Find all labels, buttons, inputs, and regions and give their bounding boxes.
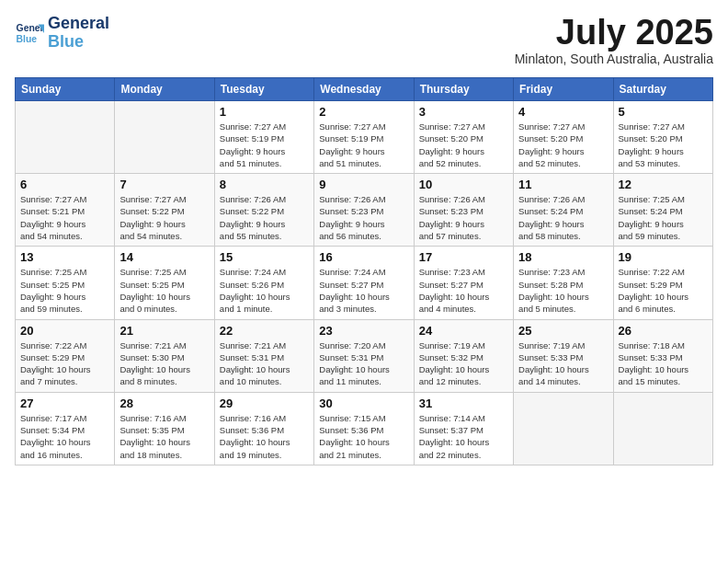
day-info: Sunrise: 7:27 AM Sunset: 5:20 PM Dayligh…	[619, 121, 708, 169]
day-info: Sunrise: 7:21 AM Sunset: 5:30 PM Dayligh…	[119, 339, 209, 388]
day-number: 6	[20, 178, 109, 191]
day-info: Sunrise: 7:20 AM Sunset: 5:31 PM Dayligh…	[319, 339, 408, 388]
calendar-cell: 29Sunrise: 7:16 AM Sunset: 5:36 PM Dayli…	[214, 392, 313, 465]
calendar-cell	[514, 392, 613, 465]
day-info: Sunrise: 7:15 AM Sunset: 5:36 PM Dayligh…	[319, 412, 408, 461]
calendar-cell: 4Sunrise: 7:27 AM Sunset: 5:20 PM Daylig…	[514, 101, 613, 174]
calendar-cell: 7Sunrise: 7:27 AM Sunset: 5:22 PM Daylig…	[115, 174, 214, 247]
day-number: 19	[619, 250, 708, 264]
calendar-cell: 15Sunrise: 7:24 AM Sunset: 5:26 PM Dayli…	[214, 247, 313, 319]
day-info: Sunrise: 7:26 AM Sunset: 5:24 PM Dayligh…	[518, 193, 608, 242]
day-info: Sunrise: 7:24 AM Sunset: 5:26 PM Dayligh…	[220, 266, 309, 315]
calendar-cell: 27Sunrise: 7:17 AM Sunset: 5:34 PM Dayli…	[16, 392, 115, 465]
logo-line2: Blue	[48, 32, 84, 51]
location: Minlaton, South Australia, Australia	[515, 52, 713, 66]
day-info: Sunrise: 7:26 AM Sunset: 5:22 PM Dayligh…	[220, 193, 309, 242]
col-header-friday: Friday	[514, 78, 613, 101]
calendar-cell: 12Sunrise: 7:25 AM Sunset: 5:24 PM Dayli…	[613, 174, 712, 247]
day-info: Sunrise: 7:21 AM Sunset: 5:31 PM Dayligh…	[220, 339, 309, 388]
day-info: Sunrise: 7:25 AM Sunset: 5:24 PM Dayligh…	[619, 193, 708, 242]
day-number: 30	[319, 396, 408, 410]
calendar-week-3: 13Sunrise: 7:25 AM Sunset: 5:25 PM Dayli…	[16, 247, 713, 319]
calendar-cell: 31Sunrise: 7:14 AM Sunset: 5:37 PM Dayli…	[414, 392, 513, 465]
calendar-cell: 23Sunrise: 7:20 AM Sunset: 5:31 PM Dayli…	[314, 319, 414, 392]
day-number: 20	[20, 324, 109, 338]
day-info: Sunrise: 7:16 AM Sunset: 5:35 PM Dayligh…	[119, 412, 209, 461]
calendar-cell: 17Sunrise: 7:23 AM Sunset: 5:27 PM Dayli…	[414, 247, 513, 319]
day-number: 12	[619, 178, 708, 191]
day-info: Sunrise: 7:19 AM Sunset: 5:32 PM Dayligh…	[419, 339, 508, 388]
col-header-sunday: Sunday	[16, 78, 115, 101]
day-number: 4	[518, 105, 608, 119]
day-number: 24	[419, 324, 508, 338]
calendar-cell: 25Sunrise: 7:19 AM Sunset: 5:33 PM Dayli…	[514, 319, 613, 392]
col-header-tuesday: Tuesday	[214, 78, 313, 101]
day-number: 23	[319, 324, 408, 338]
calendar-cell: 5Sunrise: 7:27 AM Sunset: 5:20 PM Daylig…	[613, 101, 712, 174]
day-info: Sunrise: 7:23 AM Sunset: 5:28 PM Dayligh…	[518, 266, 608, 315]
day-number: 9	[319, 178, 408, 191]
day-info: Sunrise: 7:19 AM Sunset: 5:33 PM Dayligh…	[518, 339, 608, 388]
day-info: Sunrise: 7:25 AM Sunset: 5:25 PM Dayligh…	[20, 266, 109, 315]
day-number: 10	[419, 178, 508, 191]
calendar-cell: 30Sunrise: 7:15 AM Sunset: 5:36 PM Dayli…	[314, 392, 414, 465]
day-info: Sunrise: 7:22 AM Sunset: 5:29 PM Dayligh…	[20, 339, 109, 388]
calendar-week-4: 20Sunrise: 7:22 AM Sunset: 5:29 PM Dayli…	[16, 319, 713, 392]
day-number: 1	[220, 105, 309, 119]
calendar-cell	[16, 101, 115, 174]
day-info: Sunrise: 7:26 AM Sunset: 5:23 PM Dayligh…	[319, 193, 408, 242]
calendar-cell: 20Sunrise: 7:22 AM Sunset: 5:29 PM Dayli…	[16, 319, 115, 392]
calendar-cell: 8Sunrise: 7:26 AM Sunset: 5:22 PM Daylig…	[214, 174, 313, 247]
day-info: Sunrise: 7:27 AM Sunset: 5:20 PM Dayligh…	[419, 121, 508, 169]
day-info: Sunrise: 7:23 AM Sunset: 5:27 PM Dayligh…	[419, 266, 508, 315]
day-info: Sunrise: 7:25 AM Sunset: 5:25 PM Dayligh…	[119, 266, 209, 315]
day-number: 11	[518, 178, 608, 191]
day-number: 5	[619, 105, 708, 119]
day-info: Sunrise: 7:18 AM Sunset: 5:33 PM Dayligh…	[619, 339, 708, 388]
day-info: Sunrise: 7:27 AM Sunset: 5:20 PM Dayligh…	[518, 121, 608, 169]
calendar-cell	[613, 392, 712, 465]
day-number: 29	[220, 396, 309, 410]
calendar-cell: 2Sunrise: 7:27 AM Sunset: 5:19 PM Daylig…	[314, 101, 414, 174]
day-number: 26	[619, 324, 708, 338]
day-info: Sunrise: 7:27 AM Sunset: 5:21 PM Dayligh…	[20, 193, 109, 242]
calendar-cell: 26Sunrise: 7:18 AM Sunset: 5:33 PM Dayli…	[613, 319, 712, 392]
day-number: 21	[119, 324, 209, 338]
day-info: Sunrise: 7:27 AM Sunset: 5:19 PM Dayligh…	[220, 121, 309, 169]
calendar-cell: 11Sunrise: 7:26 AM Sunset: 5:24 PM Dayli…	[514, 174, 613, 247]
calendar-cell: 24Sunrise: 7:19 AM Sunset: 5:32 PM Dayli…	[414, 319, 513, 392]
calendar-week-2: 6Sunrise: 7:27 AM Sunset: 5:21 PM Daylig…	[16, 174, 713, 247]
col-header-thursday: Thursday	[414, 78, 513, 101]
logo: General Blue General Blue	[15, 15, 109, 52]
month-title: July 2025	[515, 15, 713, 50]
calendar-week-1: 1Sunrise: 7:27 AM Sunset: 5:19 PM Daylig…	[16, 101, 713, 174]
day-info: Sunrise: 7:27 AM Sunset: 5:22 PM Dayligh…	[119, 193, 209, 242]
day-info: Sunrise: 7:22 AM Sunset: 5:29 PM Dayligh…	[619, 266, 708, 315]
day-number: 3	[419, 105, 508, 119]
calendar-cell: 14Sunrise: 7:25 AM Sunset: 5:25 PM Dayli…	[115, 247, 214, 319]
calendar-cell	[115, 101, 214, 174]
calendar-cell: 3Sunrise: 7:27 AM Sunset: 5:20 PM Daylig…	[414, 101, 513, 174]
page-header: General Blue General Blue July 2025 Minl…	[15, 15, 713, 66]
day-number: 31	[419, 396, 508, 410]
calendar-cell: 21Sunrise: 7:21 AM Sunset: 5:30 PM Dayli…	[115, 319, 214, 392]
calendar-cell: 1Sunrise: 7:27 AM Sunset: 5:19 PM Daylig…	[214, 101, 313, 174]
day-number: 28	[119, 396, 209, 410]
day-number: 22	[220, 324, 309, 338]
day-number: 8	[220, 178, 309, 191]
logo-line1: General	[48, 15, 109, 33]
day-number: 15	[220, 250, 309, 264]
day-number: 25	[518, 324, 608, 338]
day-info: Sunrise: 7:14 AM Sunset: 5:37 PM Dayligh…	[419, 412, 508, 461]
calendar-header-row: SundayMondayTuesdayWednesdayThursdayFrid…	[16, 78, 713, 101]
calendar-cell: 9Sunrise: 7:26 AM Sunset: 5:23 PM Daylig…	[314, 174, 414, 247]
title-block: July 2025 Minlaton, South Australia, Aus…	[515, 15, 713, 66]
calendar-cell: 16Sunrise: 7:24 AM Sunset: 5:27 PM Dayli…	[314, 247, 414, 319]
calendar-cell: 13Sunrise: 7:25 AM Sunset: 5:25 PM Dayli…	[16, 247, 115, 319]
logo-text: General Blue	[48, 15, 109, 52]
calendar-cell: 19Sunrise: 7:22 AM Sunset: 5:29 PM Dayli…	[613, 247, 712, 319]
svg-text:Blue: Blue	[17, 33, 38, 43]
col-header-saturday: Saturday	[613, 78, 712, 101]
day-info: Sunrise: 7:16 AM Sunset: 5:36 PM Dayligh…	[220, 412, 309, 461]
logo-icon: General Blue	[15, 18, 44, 48]
